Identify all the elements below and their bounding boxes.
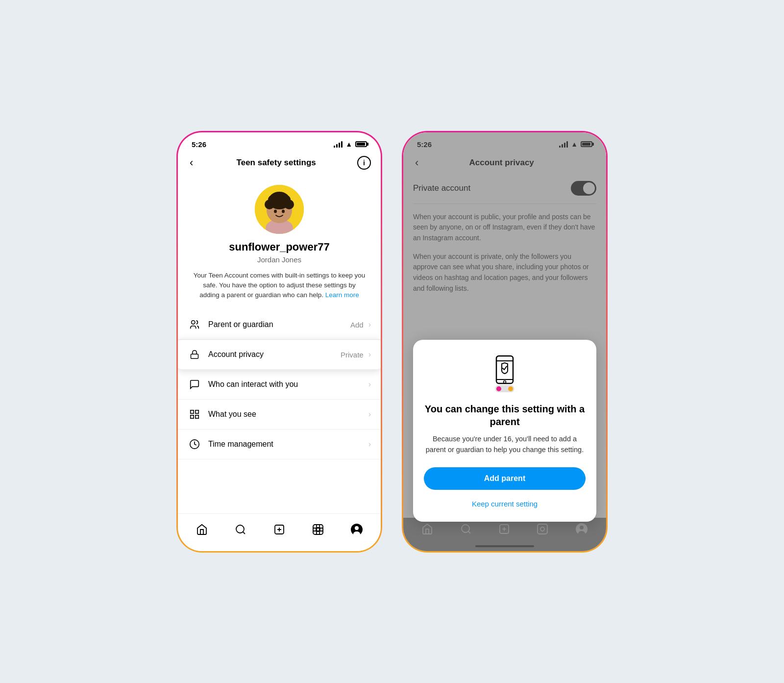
overlay-icon [485,354,524,393]
svg-point-31 [355,526,359,530]
svg-point-12 [192,321,195,324]
overlay-description: Because you're under 16, you'll need to … [424,434,586,455]
create-nav-item[interactable] [270,520,289,539]
parent-label: Parent or guardian [208,320,273,329]
time-item-content: Time management › [208,440,371,449]
interact-item-content: Who can interact with you › [208,380,371,389]
back-button[interactable]: ‹ [188,154,195,171]
privacy-label: Account privacy [208,350,264,359]
info-button[interactable]: i [357,156,371,170]
parent-item-content: Parent or guardian Add › [208,320,371,329]
parent-chevron: › [368,320,371,329]
username: sunflower_power77 [229,241,329,253]
svg-rect-16 [191,415,194,418]
parent-value: Add [350,321,364,329]
search-nav-item[interactable] [231,520,250,539]
settings-item-account-privacy[interactable]: Account privacy Private › [176,340,382,370]
left-status-bar: 5:26 ▲ [178,132,381,152]
svg-point-38 [496,386,501,391]
avatar [255,185,304,234]
left-nav-bar: ‹ Teen safety settings i [178,152,381,177]
privacy-item-content: Account privacy Private › [208,350,371,359]
message-icon [188,378,201,391]
settings-item-parent[interactable]: Parent or guardian Add › [178,310,381,340]
home-indicator [475,545,534,547]
right-phone: 5:26 ▲ ‹ Account privacy [402,131,608,553]
see-label: What you see [208,410,256,419]
phones-container: 5:26 ▲ ‹ Teen safety settings i [176,131,608,553]
svg-point-19 [236,525,244,533]
time-chevron: › [368,440,371,449]
lock-icon [188,348,201,361]
grid-icon [188,407,201,421]
keep-setting-button[interactable]: Keep current setting [424,498,586,510]
privacy-value: Private [341,351,364,359]
signal-icon [334,141,343,148]
see-item-content: What you see › [208,410,371,419]
learn-more-link[interactable]: Learn more [325,291,359,299]
left-phone: 5:26 ▲ ‹ Teen safety settings i [176,131,382,553]
svg-rect-14 [191,410,194,413]
settings-item-time[interactable]: Time management › [178,430,381,459]
wifi-icon: ▲ [345,140,352,148]
svg-point-36 [504,381,506,383]
svg-line-20 [243,531,245,533]
settings-list: Parent or guardian Add › Account priva [178,310,381,459]
svg-rect-13 [191,354,198,358]
profile-description: Your Teen Account comes with built-in se… [193,271,366,301]
svg-point-10 [274,209,277,213]
page-title: Teen safety settings [237,158,316,168]
left-status-icons: ▲ [334,140,367,148]
settings-item-see[interactable]: What you see › [178,400,381,430]
home-nav-item[interactable] [192,520,212,539]
svg-point-39 [508,386,513,391]
interact-label: Who can interact with you [208,380,298,389]
battery-icon [355,141,367,147]
profile-nav-item[interactable] [347,520,367,539]
svg-point-8 [274,193,284,202]
add-parent-button[interactable]: Add parent [424,467,586,490]
left-time: 5:26 [192,140,206,149]
svg-rect-24 [313,525,323,534]
svg-point-11 [282,209,285,213]
svg-rect-17 [196,415,198,418]
time-label: Time management [208,440,273,449]
people-icon [188,318,201,331]
overlay-title: You can change this setting with a paren… [424,403,586,428]
settings-item-interact[interactable]: Who can interact with you › [178,370,381,400]
interact-chevron: › [368,380,371,389]
bottom-nav [178,513,381,551]
privacy-chevron: › [368,350,371,359]
svg-rect-15 [196,410,198,413]
see-chevron: › [368,410,371,419]
clock-icon [188,437,201,451]
overlay-card: You can change this setting with a paren… [413,340,596,522]
real-name: Jordan Jones [257,255,301,264]
profile-section: sunflower_power77 Jordan Jones Your Teen… [178,177,381,310]
reels-nav-item[interactable] [308,520,328,539]
